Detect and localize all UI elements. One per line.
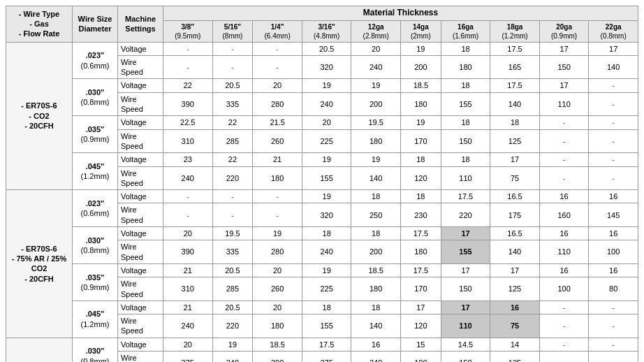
setting-type-cell: Voltage bbox=[118, 301, 163, 314]
value-cell: 19 bbox=[400, 116, 441, 129]
value-cell: 260 bbox=[253, 277, 302, 301]
value-cell: 19 bbox=[253, 227, 302, 240]
value-cell: 18 bbox=[351, 190, 401, 203]
col-header: 16ga(1.6mm) bbox=[441, 20, 490, 42]
table-row: - ER70S-6- CO2- 20CFH.023"(0.6mm)Voltage… bbox=[6, 42, 638, 55]
value-cell: 155 bbox=[441, 92, 490, 116]
machine-settings-header: Machine Settings bbox=[118, 6, 163, 43]
value-cell: 150 bbox=[441, 352, 490, 362]
value-cell: 22.5 bbox=[163, 116, 213, 129]
value-cell: 14 bbox=[490, 338, 540, 351]
value-cell: - bbox=[589, 153, 638, 166]
value-cell: - bbox=[539, 301, 589, 314]
value-cell: 180 bbox=[351, 129, 401, 153]
value-cell: 180 bbox=[400, 240, 441, 264]
setting-type-cell: Wire Speed bbox=[118, 166, 163, 190]
value-cell: - bbox=[539, 116, 589, 129]
value-cell: 19 bbox=[351, 79, 401, 92]
value-cell: 240 bbox=[163, 166, 213, 190]
value-cell: 220 bbox=[212, 314, 253, 338]
value-cell: 180 bbox=[253, 166, 302, 190]
setting-type-cell: Wire Speed bbox=[118, 240, 163, 264]
value-cell: 21 bbox=[163, 301, 213, 314]
value-cell: 180 bbox=[400, 352, 441, 362]
value-cell: 75 bbox=[490, 166, 540, 190]
value-cell: - bbox=[539, 129, 589, 153]
value-cell: 17 bbox=[539, 79, 589, 92]
value-cell: 18 bbox=[490, 116, 540, 129]
value-cell: 16 bbox=[490, 301, 540, 314]
value-cell: 18 bbox=[441, 153, 490, 166]
value-cell: - bbox=[212, 203, 253, 227]
value-cell: 180 bbox=[441, 55, 490, 79]
value-cell: 225 bbox=[302, 277, 351, 301]
setting-type-cell: Wire Speed bbox=[118, 352, 163, 362]
value-cell: 16 bbox=[589, 227, 638, 240]
value-cell: 310 bbox=[163, 129, 213, 153]
table-row: .045"(1.2mm)Voltage2120.5201818171716-- bbox=[6, 301, 638, 314]
value-cell: 160 bbox=[539, 203, 589, 227]
value-cell: 20 bbox=[253, 263, 302, 277]
value-cell: 320 bbox=[302, 203, 351, 227]
value-cell: 16.5 bbox=[490, 190, 540, 203]
value-cell: 20.5 bbox=[302, 42, 351, 55]
value-cell: 260 bbox=[253, 129, 302, 153]
value-cell: 19 bbox=[302, 263, 351, 277]
value-cell: 240 bbox=[351, 352, 401, 362]
setting-type-cell: Wire Speed bbox=[118, 55, 163, 79]
setting-type-cell: Voltage bbox=[118, 263, 163, 277]
value-cell: - bbox=[539, 338, 589, 351]
value-cell: 20.5 bbox=[212, 301, 253, 314]
value-cell: - bbox=[539, 166, 589, 190]
value-cell: 18.5 bbox=[351, 263, 401, 277]
value-cell: 17.5 bbox=[490, 42, 540, 55]
value-cell: 21 bbox=[163, 263, 213, 277]
value-cell: 22 bbox=[212, 153, 253, 166]
value-cell: 18 bbox=[400, 190, 441, 203]
setting-type-cell: Voltage bbox=[118, 190, 163, 203]
value-cell: 390 bbox=[163, 240, 213, 264]
value-cell: - bbox=[253, 55, 302, 79]
value-cell: - bbox=[539, 314, 589, 338]
value-cell: 19 bbox=[302, 153, 351, 166]
table-row: - E71T-GS- Flux Core- Tubular.030"(0.8mm… bbox=[6, 338, 638, 351]
value-cell: 125 bbox=[490, 277, 540, 301]
value-cell: 120 bbox=[400, 314, 441, 338]
value-cell: 16 bbox=[589, 263, 638, 277]
wire-size-cell: .045"(1.2mm) bbox=[73, 301, 118, 338]
value-cell: 18 bbox=[441, 116, 490, 129]
value-cell: 17 bbox=[441, 301, 490, 314]
value-cell: 18 bbox=[302, 301, 351, 314]
value-cell: 140 bbox=[490, 240, 540, 264]
col-header: 22ga(0.8mm) bbox=[589, 20, 638, 42]
value-cell: 19 bbox=[302, 79, 351, 92]
value-cell: 155 bbox=[302, 166, 351, 190]
value-cell: 150 bbox=[539, 55, 589, 79]
setting-type-cell: Wire Speed bbox=[118, 92, 163, 116]
material-thickness-header: Material Thickness bbox=[163, 6, 638, 21]
value-cell: 275 bbox=[302, 352, 351, 362]
value-cell: 17 bbox=[400, 301, 441, 314]
value-cell: 240 bbox=[351, 55, 401, 79]
value-cell: - bbox=[253, 203, 302, 227]
wire-size-cell: .035"(0.9mm) bbox=[73, 116, 118, 153]
value-cell: 20 bbox=[253, 79, 302, 92]
col-header: 1/4"(6.4mm) bbox=[253, 20, 302, 42]
table-row: .035"(0.9mm)Voltage2120.5201918.517.5171… bbox=[6, 263, 638, 277]
value-cell: 320 bbox=[302, 55, 351, 79]
value-cell: 110 bbox=[539, 240, 589, 264]
value-cell: 335 bbox=[212, 240, 253, 264]
value-cell: 120 bbox=[400, 166, 441, 190]
value-cell: - bbox=[212, 55, 253, 79]
table-row: .045"(1.2mm)Voltage2322211919181817-- bbox=[6, 153, 638, 166]
wire-size-cell: .030"(0.8mm) bbox=[73, 79, 118, 116]
value-cell: - bbox=[589, 79, 638, 92]
value-cell: 17 bbox=[490, 263, 540, 277]
wire-size-cell: .030"(0.8mm) bbox=[73, 338, 118, 362]
value-cell: 17.5 bbox=[302, 338, 351, 351]
col-header: 14ga(2mm) bbox=[400, 20, 441, 42]
value-cell: - bbox=[163, 203, 213, 227]
table-row: .035"(0.9mm)Voltage22.52221.52019.519181… bbox=[6, 116, 638, 129]
value-cell: 23 bbox=[163, 153, 213, 166]
wire-size-cell: .045"(1.2mm) bbox=[73, 153, 118, 190]
